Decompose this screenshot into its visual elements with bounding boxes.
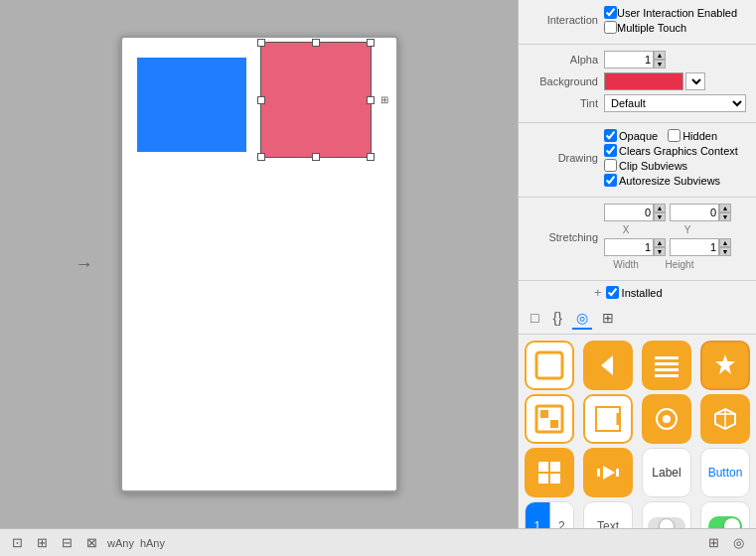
lock-btn[interactable]: ◎ — [729, 533, 748, 552]
toggle-switch-display — [708, 516, 742, 528]
icon-text-field[interactable]: Text — [583, 501, 633, 528]
handle-bot-right[interactable] — [367, 153, 375, 161]
alpha-input[interactable]: 1 — [604, 51, 654, 69]
right-panel: Interaction User Interaction Enabled Mul… — [518, 0, 756, 528]
blue-square[interactable] — [137, 58, 246, 152]
pink-square-selected[interactable]: ⊞ — [261, 43, 371, 157]
bottom-bar: ⊡ ⊞ ⊟ ⊠ wAny hAny ⊞ ◎ — [0, 528, 756, 556]
stretch-w-group: ▲ ▼ — [604, 238, 666, 256]
handle-top-right[interactable] — [367, 39, 375, 47]
icon-map-view[interactable] — [642, 394, 691, 444]
stretch-y-input[interactable] — [670, 204, 719, 221]
svg-rect-23 — [616, 469, 619, 477]
handle-top-mid[interactable] — [312, 39, 320, 47]
stretch-w-input[interactable] — [604, 238, 654, 256]
stretch-h-stepper: ▲ ▼ — [719, 238, 731, 256]
height-label: Height — [662, 259, 697, 270]
icon-cube[interactable] — [700, 394, 750, 444]
hidden-label[interactable]: Hidden — [668, 129, 717, 142]
background-row: Background ▼ — [529, 72, 746, 90]
multiple-touch-label: Multiple Touch — [617, 22, 686, 34]
alpha-stepper-down[interactable]: ▼ — [654, 60, 666, 69]
installed-row: + Installed — [519, 281, 756, 304]
user-interaction-label: User Interaction Enabled — [617, 7, 737, 19]
lib-tab-code[interactable]: {} — [548, 308, 565, 330]
stretch-h-group: ▲ ▼ — [670, 238, 731, 256]
stretch-y-up[interactable]: ▲ — [719, 204, 731, 212]
alpha-input-group: 1 ▲ ▼ — [604, 51, 666, 69]
alpha-label: Alpha — [529, 54, 598, 66]
stretch-x-up[interactable]: ▲ — [654, 204, 666, 212]
icon-table-view[interactable] — [642, 341, 691, 390]
svg-rect-17 — [538, 462, 548, 472]
hidden-checkbox[interactable] — [668, 129, 680, 142]
icon-back-button[interactable] — [583, 341, 633, 390]
icon-collection-grid[interactable] — [525, 448, 574, 497]
layout-btn-4[interactable]: ⊠ — [82, 533, 101, 552]
clears-checkbox[interactable] — [604, 144, 617, 157]
handle-top-left[interactable] — [257, 39, 265, 47]
y-axis-label: Y — [670, 224, 705, 235]
layout-btn-3[interactable]: ⊟ — [58, 533, 76, 552]
stretch-h-input[interactable] — [670, 238, 719, 256]
stretch-y-down[interactable]: ▼ — [719, 212, 731, 221]
layout-btn-1[interactable]: ⊡ — [8, 533, 27, 552]
svg-point-13 — [663, 415, 671, 423]
tint-row: Tint Default — [529, 94, 746, 112]
drawing-label: Drawing — [529, 152, 598, 164]
slider-thumb — [659, 518, 675, 528]
svg-rect-18 — [550, 462, 560, 472]
autoresize-checkbox[interactable] — [604, 174, 617, 187]
handle-mid-left[interactable] — [257, 96, 265, 104]
stretch-w-up[interactable]: ▲ — [654, 238, 666, 247]
svg-rect-5 — [655, 374, 679, 377]
icon-collection-view[interactable] — [700, 341, 750, 390]
installed-checkbox[interactable] — [606, 286, 619, 299]
svg-rect-4 — [655, 368, 679, 371]
multiple-touch-checkbox[interactable] — [604, 21, 617, 34]
user-interaction-checkbox[interactable] — [604, 6, 617, 19]
lib-tab-object[interactable]: ◎ — [572, 308, 592, 330]
svg-rect-0 — [536, 352, 562, 378]
clip-checkbox[interactable] — [604, 159, 617, 172]
icon-segmented[interactable]: 1 2 — [525, 501, 574, 528]
arrow-indicator: → — [76, 254, 93, 275]
stretch-w-stepper: ▲ ▼ — [654, 238, 666, 256]
handle-mid-right[interactable] — [367, 96, 375, 104]
tint-dropdown[interactable]: Default — [604, 94, 746, 112]
icon-label[interactable]: Label — [642, 448, 691, 497]
icon-scroll-view[interactable] — [583, 394, 633, 444]
handle-bot-left[interactable] — [257, 153, 265, 161]
icon-toggle[interactable] — [700, 501, 750, 528]
background-controls: ▼ — [604, 72, 705, 90]
stretch-h-down[interactable]: ▼ — [719, 247, 731, 256]
main-area: ⊞ → Interaction User Interaction Enabled — [0, 0, 756, 528]
icon-view[interactable] — [525, 341, 574, 390]
lib-tab-media[interactable]: ⊞ — [598, 308, 618, 330]
label-text: Label — [652, 466, 680, 480]
stretch-w-down[interactable]: ▼ — [654, 247, 666, 256]
alpha-stepper-up[interactable]: ▲ — [654, 51, 666, 60]
opaque-label[interactable]: Opaque — [604, 129, 658, 142]
svg-rect-9 — [550, 420, 558, 428]
background-color-swatch[interactable] — [604, 72, 683, 90]
icon-media-player[interactable] — [583, 448, 633, 497]
lib-tab-files[interactable]: □ — [527, 308, 542, 330]
background-dropdown[interactable]: ▼ — [685, 72, 705, 90]
installed-plus: + — [594, 285, 602, 300]
layout-btn-2[interactable]: ⊞ — [33, 533, 52, 552]
icon-slider[interactable] — [642, 501, 691, 528]
stretch-x-down[interactable]: ▼ — [654, 212, 666, 221]
opaque-checkbox[interactable] — [604, 129, 617, 142]
handle-bot-mid[interactable] — [312, 153, 320, 161]
stretch-h-up[interactable]: ▲ — [719, 238, 731, 247]
icon-custom-view[interactable] — [525, 394, 574, 444]
grid-btn[interactable]: ⊞ — [704, 533, 723, 552]
alpha-stepper: ▲ ▼ — [654, 51, 666, 69]
alpha-section: Alpha 1 ▲ ▼ Background ▼ — [519, 45, 756, 123]
interaction-row: Interaction User Interaction Enabled Mul… — [529, 6, 746, 34]
icon-button[interactable]: Button — [700, 448, 750, 497]
interaction-section: Interaction User Interaction Enabled Mul… — [519, 0, 756, 45]
drawing-section: Drawing Opaque Hidden C — [519, 123, 756, 198]
stretch-x-input[interactable] — [604, 204, 654, 221]
